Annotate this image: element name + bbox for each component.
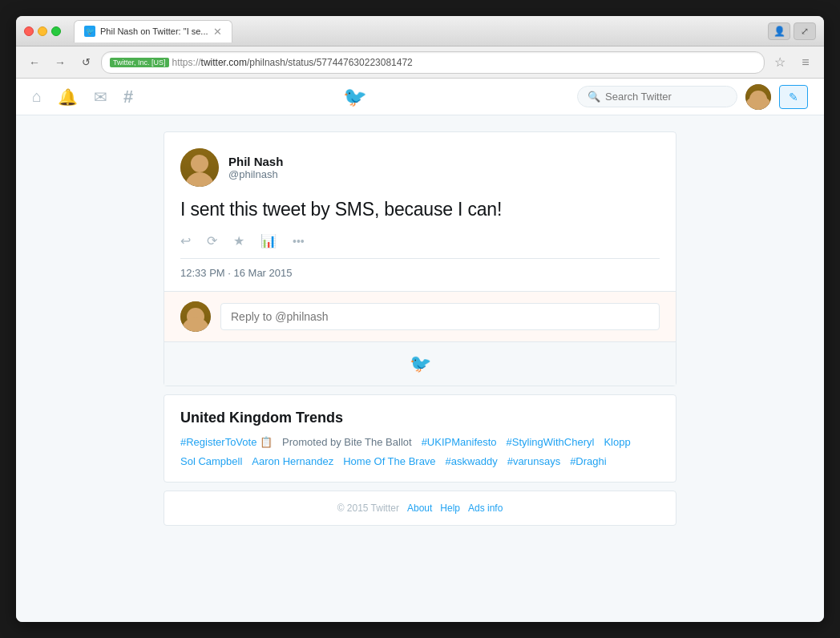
profile-avatar[interactable] bbox=[745, 84, 771, 110]
trends-list: #RegisterToVote 📋 Promoted by Bite The B… bbox=[180, 436, 660, 467]
footer-bird-icon: 🐦 bbox=[410, 353, 431, 374]
url-text: https://twitter.com/philnash/status/5774… bbox=[172, 57, 756, 68]
like-action[interactable]: ★ bbox=[233, 233, 244, 248]
minimize-button[interactable] bbox=[38, 26, 47, 36]
trend-sol-campbell[interactable]: Sol Campbell bbox=[180, 455, 242, 467]
tab-title: Phil Nash on Twitter: "I se... bbox=[100, 26, 208, 36]
footer-help-link[interactable]: Help bbox=[440, 503, 460, 514]
reply-action[interactable]: ↩ bbox=[180, 233, 191, 248]
reply-input-wrapper bbox=[220, 303, 660, 330]
tweet-user-info: Phil Nash @philnash bbox=[228, 155, 283, 180]
menu-icon: ≡ bbox=[802, 55, 809, 70]
reply-input[interactable] bbox=[220, 303, 660, 330]
back-icon: ← bbox=[29, 56, 40, 69]
trend-aaron-hernandez[interactable]: Aaron Hernandez bbox=[252, 455, 333, 467]
trend-ukip[interactable]: #UKIPManifesto bbox=[422, 436, 497, 450]
tweet-actions: ↩ ⟳ ★ 📊 ••• bbox=[180, 233, 660, 248]
back-button[interactable]: ← bbox=[24, 52, 45, 73]
trend-home-of-the-brave[interactable]: Home Of The Brave bbox=[343, 455, 435, 467]
trend-klopp[interactable]: Klopp bbox=[604, 436, 630, 450]
url-domain: twitter.com bbox=[201, 57, 247, 68]
page-footer: © 2015 Twitter About Help Ads info bbox=[164, 491, 676, 526]
hashtag-icon: # bbox=[123, 87, 133, 107]
ssl-badge: Twitter, Inc. [US] bbox=[110, 58, 169, 67]
content-wrapper: Phil Nash @philnash I sent this tweet by… bbox=[164, 131, 676, 526]
home-icon: ⌂ bbox=[32, 87, 42, 106]
twitter-bird-icon: 🐦 bbox=[343, 86, 367, 108]
refresh-icon: ↺ bbox=[82, 56, 91, 68]
address-bar: ← → ↺ Twitter, Inc. [US] https://twitter… bbox=[16, 46, 824, 79]
reply-user-avatar bbox=[180, 301, 211, 332]
trends-card: United Kingdom Trends #RegisterToVote 📋 … bbox=[164, 394, 676, 483]
trend-askwaddy[interactable]: #askwaddy bbox=[446, 455, 498, 467]
url-path: /philnash/status/577447630223081472 bbox=[247, 57, 413, 68]
footer-copyright: © 2015 Twitter bbox=[337, 503, 399, 514]
more-action[interactable]: ••• bbox=[293, 235, 305, 248]
footer-about-link[interactable]: About bbox=[407, 503, 432, 514]
menu-button[interactable]: ≡ bbox=[795, 52, 816, 73]
bookmark-icon: ☆ bbox=[774, 55, 785, 70]
maximize-button[interactable] bbox=[51, 26, 61, 36]
trend-promo-label: Promoted by Bite The Ballot bbox=[282, 436, 412, 450]
trend-register-to-vote[interactable]: #RegisterToVote 📋 bbox=[180, 436, 273, 450]
tweet-timestamp: 12:33 PM · 16 Mar 2015 bbox=[180, 258, 660, 279]
traffic-lights bbox=[24, 26, 61, 36]
title-bar: 🐦 Phil Nash on Twitter: "I se... ✕ 👤 ⤢ bbox=[16, 16, 824, 46]
bookmark-button[interactable]: ☆ bbox=[769, 52, 790, 73]
tweet-card: Phil Nash @philnash I sent this tweet by… bbox=[164, 131, 676, 386]
stats-action[interactable]: 📊 bbox=[260, 233, 277, 248]
tweet-author-handle[interactable]: @philnash bbox=[228, 168, 283, 180]
compose-button[interactable]: ✎ bbox=[779, 85, 808, 109]
window-controls: 👤 ⤢ bbox=[768, 22, 816, 40]
nav-left: ⌂ 🔔 ✉ # bbox=[32, 87, 133, 107]
tab-favicon-icon: 🐦 bbox=[84, 26, 95, 37]
browser-window: 🐦 Phil Nash on Twitter: "I se... ✕ 👤 ⤢ ←… bbox=[16, 16, 824, 622]
home-nav-icon[interactable]: ⌂ bbox=[32, 87, 42, 106]
trend-draghi[interactable]: #Draghi bbox=[570, 455, 607, 467]
url-protocol: https:// bbox=[172, 57, 201, 68]
search-bar[interactable]: 🔍 bbox=[577, 86, 737, 107]
trends-title: United Kingdom Trends bbox=[180, 410, 660, 426]
search-input[interactable] bbox=[605, 91, 740, 103]
tweet-main: Phil Nash @philnash I sent this tweet by… bbox=[164, 132, 676, 291]
twitter-nav: ⌂ 🔔 ✉ # 🐦 🔍 ✎ bbox=[16, 79, 824, 115]
tweet-author-avatar[interactable] bbox=[180, 148, 219, 187]
tab-close-icon[interactable]: ✕ bbox=[213, 26, 222, 38]
tweet-text: I sent this tweet by SMS, because I can! bbox=[180, 196, 660, 222]
page-content: Phil Nash @philnash I sent this tweet by… bbox=[16, 115, 824, 622]
retweet-action[interactable]: ⟳ bbox=[207, 233, 217, 248]
hashtag-nav-icon[interactable]: # bbox=[123, 87, 133, 107]
mail-icon: ✉ bbox=[94, 87, 107, 107]
refresh-button[interactable]: ↺ bbox=[75, 52, 96, 73]
tab-bar: 🐦 Phil Nash on Twitter: "I se... ✕ bbox=[74, 20, 761, 42]
reply-section bbox=[164, 291, 676, 341]
trend-cheryl[interactable]: #StylingWithCheryl bbox=[507, 436, 595, 450]
bell-icon: 🔔 bbox=[58, 87, 78, 107]
footer-ads-link[interactable]: Ads info bbox=[468, 503, 503, 514]
nav-right: 🔍 ✎ bbox=[577, 84, 808, 110]
search-icon: 🔍 bbox=[588, 91, 600, 103]
active-tab[interactable]: 🐦 Phil Nash on Twitter: "I se... ✕ bbox=[74, 20, 232, 42]
tweet-author-name[interactable]: Phil Nash bbox=[228, 155, 283, 168]
url-bar[interactable]: Twitter, Inc. [US] https://twitter.com/p… bbox=[101, 51, 765, 74]
compose-icon: ✎ bbox=[789, 91, 798, 103]
notifications-nav-icon[interactable]: 🔔 bbox=[58, 87, 78, 107]
expand-icon-button[interactable]: ⤢ bbox=[794, 22, 816, 40]
footer-links: © 2015 Twitter About Help Ads info bbox=[176, 503, 664, 514]
forward-icon: → bbox=[55, 56, 66, 69]
close-button[interactable] bbox=[24, 26, 34, 36]
tweet-footer-area: 🐦 bbox=[164, 341, 676, 386]
trend-varunsays[interactable]: #varunsays bbox=[507, 455, 560, 467]
twitter-logo: 🐦 bbox=[133, 86, 577, 108]
messages-nav-icon[interactable]: ✉ bbox=[94, 87, 107, 107]
forward-button[interactable]: → bbox=[50, 52, 71, 73]
tweet-header: Phil Nash @philnash bbox=[180, 148, 660, 187]
user-icon-button[interactable]: 👤 bbox=[768, 22, 790, 40]
